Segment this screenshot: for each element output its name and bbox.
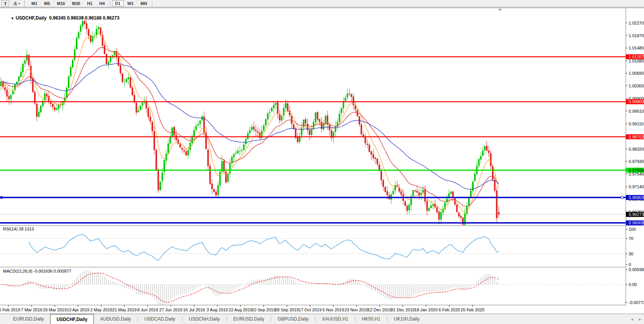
macd-tick-label: 0.00 [629,282,637,287]
toolbar: T ▾ M1M5M15M30H1H4D1W1MN [0,0,644,7]
candle-body [132,87,133,95]
tab-usdcnh-daily[interactable]: USDCNH,Daily [183,314,226,324]
candle-body [277,102,278,113]
tab-eurusd-daily[interactable]: EURUSD,Daily [227,314,270,324]
macd-axis[interactable]: 0.0059860.00-0.007737 [626,267,644,305]
date-label: 2 May 2019 [90,308,112,312]
candle-body [478,159,480,166]
tab-hk50-h1[interactable]: HK50,H1 [356,314,387,324]
timeframe-button-m30[interactable]: M30 [69,0,83,7]
symbol-arrows-button[interactable]: ▾ [10,0,22,7]
candle-body [155,150,157,171]
candle-body [249,130,251,133]
macd-pane[interactable] [0,270,626,306]
candle-body [263,125,265,130]
candle-body [317,112,318,119]
tab-eurusd-daily[interactable]: EURUSD,Daily [7,314,50,324]
candle-body [382,180,384,187]
timeframe-button-w1[interactable]: W1 [124,0,137,7]
tab-usdchf-daily[interactable]: USDCHF,Daily [50,314,94,324]
chart-window[interactable]: 1.022701.018701.014801.010801.006901.003… [0,8,644,314]
text-tool-button[interactable]: T [2,0,9,7]
candle-body [92,36,93,42]
tab-xauusd-h1[interactable]: XAUUSD,H1 [316,314,355,324]
level-handle-right[interactable] [621,196,623,199]
candle-body [227,174,229,182]
candle-body [190,143,191,150]
price-pane[interactable] [0,17,626,228]
candle-body [315,112,316,122]
timeframe-button-m5[interactable]: M5 [41,0,53,7]
scroll-left-icon[interactable]: ◄ [630,317,634,321]
candle-body [436,207,438,212]
price-axis[interactable]: 1.022701.018701.014801.010801.006901.003… [626,21,644,225]
candle-body [130,77,131,87]
candle-body [361,125,362,135]
price-tick-label: 0.97930 [629,159,644,164]
ma-fast-line [1,34,499,213]
chart-title: ▼USDCHF,Daily 0.96345 0.96539 0.96188 0.… [3,10,119,26]
chart-shift-triangle-icon[interactable] [498,9,502,11]
candle-body [345,97,346,101]
candle-body [409,205,410,210]
candle-body [195,126,197,130]
timeframe-button-h4[interactable]: H4 [96,0,108,7]
horizontal-level-lines[interactable] [0,57,626,223]
timeframe-button-h1[interactable]: H1 [84,0,95,7]
tab-usdcad-daily[interactable]: USDCAD,Daily [138,314,181,324]
timeframe-button-m15[interactable]: M15 [54,0,68,7]
candle-body [157,170,159,190]
date-label: 22 Aug 2019 [229,308,252,312]
candle-body [124,82,125,82]
chart-ohlc-values: 0.96345 0.96539 0.96188 0.96273 [49,15,119,21]
candle-body [152,122,153,131]
chart-symbol-label: USDCHF,Daily [16,15,47,21]
tab-uk100-daily[interactable]: UK100,Daily [388,314,426,324]
diagonal-arrows-icon [12,1,18,6]
candle-body [137,110,139,112]
timeframe-button-d1[interactable]: D1 [112,0,124,7]
date-label: 10 Sep 2019 [252,308,275,312]
candle-body [460,216,462,217]
candle-body [126,79,127,82]
macd-signal-line [1,273,499,302]
candle-body [122,73,123,82]
level-handle-left[interactable] [0,196,3,199]
candle-body [269,112,271,113]
candle-body [392,191,394,194]
price-tick-label: 1.00690 [629,71,644,76]
candle-body [486,146,487,150]
candle-body [173,127,175,135]
tab-audusd-daily[interactable]: AUDUSD,Daily [94,314,137,324]
timeframe-toolbar: M1M5M15M30H1H4D1W1MN [28,0,154,7]
date-axis[interactable]: 16 Feb 20197 Mar 201926 Mar 201913 Apr 2… [0,305,484,312]
candle-body [140,106,141,110]
chart-canvas[interactable]: 1.022701.018701.014801.010801.006901.003… [0,8,644,314]
rsi-pane[interactable] [0,234,626,260]
candle-body [183,150,185,151]
candle-body [16,82,18,85]
timeframe-button-mn[interactable]: MN [137,0,150,7]
candle-body [416,191,418,193]
candle-body [247,133,248,139]
level-price-chip-label: 0.99800 [629,99,644,104]
candle-body [287,104,288,111]
candle-body [104,45,105,54]
candle-body [399,187,400,191]
scroll-right-icon[interactable]: ► [638,317,642,321]
rsi-axis[interactable]: 10070300 [626,227,636,267]
timeframe-button-m1[interactable]: M1 [28,0,40,7]
candle-body [251,127,253,130]
candle-body [245,139,247,144]
current-price-chip-label: 0.96273 [629,212,644,217]
candle-body [120,65,121,73]
date-label: 21 May 2019 [112,308,137,312]
candle-body [54,107,56,110]
toolbar-grip[interactable] [24,1,26,6]
candle-body [108,62,109,64]
candle-body [58,105,59,109]
tab-gbpusd-daily[interactable]: GBPUSD,Daily [271,314,315,324]
candle-body [364,137,366,143]
price-tick-label: 1.00300 [629,84,644,88]
collapse-triangle-icon[interactable]: ▼ [11,16,14,20]
